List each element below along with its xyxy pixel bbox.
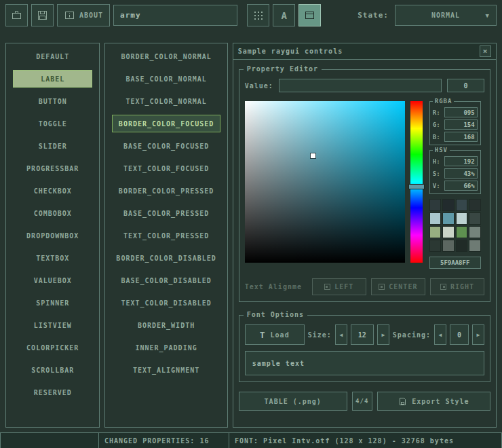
load-style-button[interactable]: [5, 4, 28, 26]
palette-swatch[interactable]: [429, 212, 442, 225]
palette-swatch[interactable]: [456, 240, 468, 252]
rgba-title: RGBA: [433, 98, 455, 105]
palette-swatch[interactable]: [429, 226, 442, 238]
palette-swatch[interactable]: [442, 199, 455, 211]
font-sample-textbox[interactable]: sample text: [245, 351, 484, 375]
grid-icon: [253, 10, 264, 21]
align-right-button[interactable]: RIGHT: [430, 278, 484, 295]
palette-swatch[interactable]: [456, 212, 468, 225]
control-list-item[interactable]: TEXTBOX: [13, 249, 92, 267]
status-font-info: FONT: Pixel Intv.otf (128 x 128) - 32768…: [229, 432, 502, 448]
about-button[interactable]: ABOUT: [57, 4, 110, 26]
control-list-item[interactable]: VALUEBOX: [13, 272, 92, 289]
value-label: Value:: [245, 82, 273, 90]
palette-swatch[interactable]: [442, 212, 455, 225]
control-list-item[interactable]: CHECKBOX: [13, 182, 92, 200]
control-list-item[interactable]: SPINNER: [13, 294, 92, 312]
palette-swatch[interactable]: [456, 226, 468, 238]
property-list-item[interactable]: TEXT_COLOR_NORMAL: [112, 92, 220, 110]
font-view-button[interactable]: A: [273, 4, 295, 26]
control-list-item[interactable]: LISTVIEW: [13, 316, 92, 334]
hue-value-box[interactable]: 192: [444, 156, 478, 166]
hsv-title: HSV: [433, 147, 450, 153]
align-left-button[interactable]: LEFT: [312, 278, 366, 295]
control-list-item[interactable]: DROPDOWNBOX: [13, 227, 92, 244]
palette-swatch[interactable]: [442, 226, 455, 238]
main-area: DEFAULT LABEL BUTTON TOGGLE SLIDER PROGR…: [5, 43, 497, 428]
font-size-value-box[interactable]: 12: [351, 324, 374, 345]
font-spacing-value-box[interactable]: 0: [450, 324, 469, 345]
property-list-item[interactable]: BASE_COLOR_NORMAL: [112, 70, 220, 88]
palette-swatch[interactable]: [469, 212, 481, 225]
export-style-label: Export Style: [412, 398, 469, 405]
property-list-item[interactable]: TEXT_ALIGNMENT: [112, 361, 220, 379]
close-button[interactable]: ×: [480, 45, 491, 57]
hue-slider-handle[interactable]: [408, 184, 425, 189]
property-list-item[interactable]: BASE_COLOR_DISABLED: [112, 272, 220, 289]
control-list-item[interactable]: TOGGLE: [13, 115, 92, 132]
table-view-button[interactable]: [298, 4, 321, 26]
control-list-item[interactable]: SLIDER: [13, 137, 92, 155]
property-list-item[interactable]: BASE_COLOR_FOCUSED: [112, 137, 220, 155]
control-list-item[interactable]: DEFAULT: [13, 48, 92, 65]
property-list-item-selected[interactable]: BORDER_COLOR_FOCUSED: [112, 115, 220, 132]
red-label: R:: [433, 109, 442, 116]
property-list-item[interactable]: TEXT_COLOR_PRESSED: [112, 227, 220, 244]
property-list-item[interactable]: BORDER_WIDTH: [112, 316, 220, 334]
palette-swatch[interactable]: [456, 199, 468, 211]
state-dropdown[interactable]: NORMAL ▼: [395, 5, 497, 26]
property-list-item[interactable]: INNER_PADDING: [112, 339, 220, 356]
blue-value-box[interactable]: 168: [444, 132, 478, 142]
briefcase-icon: [11, 10, 22, 21]
property-list-item[interactable]: BASE_COLOR_PRESSED: [112, 204, 220, 222]
color-gradient-panel[interactable]: [245, 101, 405, 263]
control-list-item[interactable]: COMBOBOX: [13, 204, 92, 222]
control-list-item[interactable]: BUTTON: [13, 92, 92, 110]
grid-view-button[interactable]: [247, 4, 269, 26]
spacing-increment-button[interactable]: ▶: [472, 324, 484, 345]
pages-indicator: 4/4: [352, 392, 372, 411]
size-increment-button[interactable]: ▶: [377, 324, 389, 345]
green-value-box[interactable]: 154: [444, 119, 478, 130]
style-name-input[interactable]: [113, 5, 237, 26]
saturation-value-box[interactable]: 43%: [444, 168, 478, 179]
property-list-item[interactable]: BORDER_COLOR_NORMAL: [112, 48, 220, 65]
property-list-item[interactable]: TEXT_COLOR_DISABLED: [112, 294, 220, 312]
control-list-item[interactable]: SCROLLBAR: [13, 361, 92, 379]
control-list-item[interactable]: COLORPICKER: [13, 339, 92, 356]
size-decrement-button[interactable]: ◀: [335, 324, 347, 345]
palette-swatch[interactable]: [429, 240, 442, 252]
font-row: T Load Size: ◀ 12 ▶ Spacing: ◀ 0 ▶: [245, 324, 484, 345]
property-editor-groupbox: Property Editor Value: 0: [239, 69, 490, 302]
palette-swatch[interactable]: [469, 199, 481, 211]
pages-value: 4/4: [355, 398, 368, 405]
palette-swatch[interactable]: [429, 199, 442, 211]
align-center-button[interactable]: CENTER: [371, 278, 425, 295]
red-value-box[interactable]: 095: [444, 107, 478, 117]
hsv-groupbox: HSV H: 192 S: 43% V:: [429, 150, 481, 194]
export-row: TABLE (.png) 4/4 Export Style: [239, 392, 490, 411]
save-style-button[interactable]: [31, 4, 54, 26]
palette-swatch[interactable]: [469, 226, 481, 238]
load-font-button[interactable]: T Load: [245, 324, 305, 345]
spacing-decrement-button[interactable]: ◀: [434, 324, 446, 345]
export-style-button[interactable]: Export Style: [377, 392, 490, 411]
value-number-box[interactable]: 0: [447, 79, 484, 92]
control-list-item[interactable]: PROGRESSBAR: [13, 160, 92, 177]
export-format-button[interactable]: TABLE (.png): [239, 392, 347, 411]
window-titlebar[interactable]: Sample raygui controls ×: [233, 43, 496, 60]
hue-bar[interactable]: [410, 101, 423, 263]
palette-swatch[interactable]: [442, 240, 455, 252]
value-brightness-box[interactable]: 66%: [444, 181, 478, 191]
color-picker-marker[interactable]: [311, 153, 315, 158]
property-list-item[interactable]: BORDER_COLOR_DISABLED: [112, 249, 220, 267]
saturation-label: S:: [433, 170, 442, 177]
property-list-item[interactable]: BORDER_COLOR_PRESSED: [112, 182, 220, 200]
property-list-item[interactable]: TEXT_COLOR_FOCUSED: [112, 160, 220, 177]
hex-color-box[interactable]: 5F9AA8FF: [429, 257, 481, 269]
value-number: 0: [463, 82, 467, 90]
value-input[interactable]: [279, 79, 442, 92]
control-list-item-selected[interactable]: LABEL: [13, 70, 92, 88]
palette-swatch[interactable]: [469, 240, 481, 252]
control-list-item[interactable]: RESERVED: [13, 384, 92, 401]
